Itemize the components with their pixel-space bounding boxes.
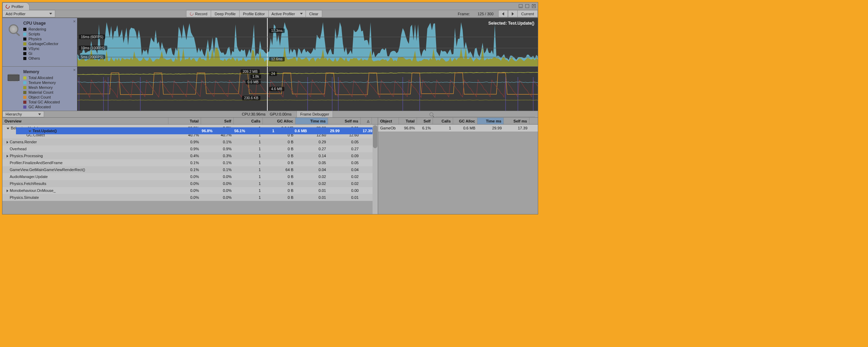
toolbar: Add Profiler Record Deep Profile Profile… [2, 10, 538, 18]
clear-button[interactable]: Clear [306, 10, 322, 17]
table-body[interactable]: GameOb96.8%6.1%10.6 MB29.9917.39 [378, 125, 538, 214]
column-header[interactable]: Object [378, 118, 399, 124]
table-row[interactable]: Physics.FetchResults0.0%0.0%10 B0.020.02 [2, 180, 378, 187]
frame-cursor[interactable] [267, 18, 268, 66]
column-header[interactable]: Self ms [504, 118, 529, 124]
legend-item[interactable]: Gi [23, 51, 74, 56]
deep-profile-button[interactable]: Deep Profile [211, 10, 240, 17]
maximize-icon[interactable] [525, 4, 529, 8]
column-header[interactable]: Time ms [477, 118, 504, 124]
expand-icon[interactable] [28, 130, 31, 132]
column-header[interactable]: Time ms [295, 118, 328, 124]
current-button[interactable]: Current [518, 10, 538, 17]
table-header: OverviewTotalSelfCallsGC AllocTime msSel… [2, 118, 378, 125]
table-row[interactable]: Test.Update()96.8%56.1%10.6 MB29.9917.39 [16, 127, 374, 134]
search-input[interactable] [435, 112, 535, 117]
cpu-legend[interactable]: × CPU Usage RenderingScriptsPhysicsGarba… [2, 18, 77, 66]
view-mode-dropdown[interactable]: Hierarchy [2, 111, 44, 117]
memory-panel: × Memory Total AllocatedTexture MemoryMe… [2, 66, 538, 111]
legend-item[interactable]: Physics [23, 36, 74, 41]
column-header[interactable]: Calls [234, 118, 263, 124]
column-header[interactable]: Overview [2, 118, 168, 124]
table-row[interactable]: Overhead0.9%0.9%10 B0.270.27 [2, 145, 378, 152]
expand-icon[interactable] [7, 128, 9, 129]
value-label: 1.8k [250, 74, 261, 79]
column-header[interactable]: △ [361, 118, 372, 124]
cpu-panel: × CPU Usage RenderingScriptsPhysicsGarba… [2, 18, 538, 66]
table-row[interactable]: Profiler.FinalizeAndSendFrame0.1%0.1%10 … [2, 159, 378, 166]
legend-item[interactable]: Material Count [23, 90, 74, 95]
stopwatch-icon [189, 11, 194, 16]
stopwatch-icon [5, 3, 10, 9]
table-row[interactable]: Camera.Render0.9%0.1%10 B0.290.05 [2, 138, 378, 145]
column-header[interactable]: GC Alloc [263, 118, 295, 124]
table-header: ObjectTotalSelfCallsGC AllocTime msSelf … [378, 118, 538, 125]
memory-graph[interactable]: 209.2 MB1.8k0.6 MB230.6 KB 244.6 MB [77, 67, 538, 111]
guide-label: 16ms (60FPS) [79, 35, 105, 39]
swatch-icon [23, 52, 26, 55]
frame-info: Frame: 125 / 300 [453, 10, 499, 17]
legend-item[interactable]: Others [23, 56, 74, 61]
close-icon[interactable]: × [73, 67, 76, 73]
table-row[interactable]: GameView.GetMainGameViewRenderRect()0.1%… [2, 166, 378, 173]
legend-item[interactable]: GC Allocated [23, 104, 74, 109]
frame-cursor[interactable] [267, 67, 268, 111]
column-header[interactable]: Total [399, 118, 417, 124]
active-profiler-dropdown[interactable]: Active Profiler [269, 10, 306, 17]
legend-item[interactable]: Rendering [23, 27, 74, 32]
value-label: 17.3ms [269, 28, 285, 33]
table-row[interactable]: Monobehaviour.OnMouse_0.0%0.0%10 B0.010.… [2, 187, 378, 194]
close-icon[interactable] [532, 4, 536, 8]
swatch-icon [23, 47, 26, 50]
value-label: 209.2 MB [241, 69, 260, 74]
table-body[interactable]: BehaviourUpdate96.9%0.0%10.6 MB30.000.01… [2, 125, 378, 214]
record-button[interactable]: Record [186, 10, 211, 17]
table-row[interactable]: AudioManager.Update0.0%0.0%10 B0.020.02 [2, 173, 378, 180]
legend-item[interactable]: Object Count [23, 95, 74, 100]
column-header[interactable]: Self [201, 118, 234, 124]
legend-item[interactable]: Mesh Memory [23, 85, 74, 90]
chevron-down-icon [38, 113, 41, 115]
expand-icon[interactable] [7, 155, 8, 158]
search-field[interactable] [427, 111, 538, 117]
cpu-graph[interactable]: Selected: Test.Update() 16ms (60FPS)10ms… [77, 18, 538, 66]
expand-icon[interactable] [7, 141, 8, 144]
chart-panels: × CPU Usage RenderingScriptsPhysicsGarba… [2, 18, 538, 111]
column-header[interactable]: GC Alloc [453, 118, 477, 124]
frame-label: Frame: [458, 12, 470, 16]
legend-item[interactable]: Scripts [23, 32, 74, 36]
chevron-down-icon [49, 13, 52, 15]
arrow-right-icon [512, 12, 514, 16]
scrollbar[interactable] [373, 125, 378, 214]
prev-frame-button[interactable] [498, 10, 508, 17]
memory-legend[interactable]: × Memory Total AllocatedTexture MemoryMe… [2, 67, 77, 111]
guide-label: 5ms (200FPS) [79, 55, 105, 59]
add-profiler-dropdown[interactable]: Add Profiler [2, 10, 55, 17]
minimize-icon[interactable] [519, 4, 523, 8]
cpu-chart-svg [77, 18, 538, 66]
next-frame-button[interactable] [508, 10, 518, 17]
table-row[interactable]: GameOb96.8%6.1%10.6 MB29.9917.39 [378, 125, 538, 132]
hierarchy-table: OverviewTotalSelfCallsGC AllocTime msSel… [2, 118, 378, 214]
table-row[interactable]: Physics.Processing0.4%0.3%10 B0.140.09 [2, 152, 378, 159]
column-header[interactable]: Calls [433, 118, 453, 124]
table-row[interactable]: Physics.Simulate0.0%0.0%10 B0.010.01 [2, 194, 378, 201]
details-tables: OverviewTotalSelfCallsGC AllocTime msSel… [2, 118, 538, 214]
column-header[interactable]: Self [417, 118, 433, 124]
frame-debugger-button[interactable]: Frame Debugger [297, 111, 333, 117]
legend-item[interactable]: Total GC Allocated [23, 100, 74, 104]
legend-item[interactable]: Total Allocated [23, 75, 74, 80]
expand-icon[interactable] [7, 189, 8, 192]
chevron-down-icon [300, 13, 303, 15]
legend-item[interactable]: VSync [23, 46, 74, 51]
legend-item[interactable]: Texture Memory [23, 80, 74, 85]
details-toolbar: Hierarchy CPU:30.96ms GPU:0.00ms Frame D… [2, 111, 538, 118]
profile-editor-button[interactable]: Profile Editor [240, 10, 269, 17]
legend-item[interactable]: GarbageCollector [23, 41, 74, 46]
tab-profiler[interactable]: Profiler [2, 2, 30, 10]
close-icon[interactable]: × [73, 19, 76, 24]
column-header[interactable]: Total [168, 118, 201, 124]
scrollbar-thumb[interactable] [373, 125, 377, 148]
column-header[interactable]: Self ms [328, 118, 361, 124]
value-label: 0.6 MB [245, 80, 261, 84]
